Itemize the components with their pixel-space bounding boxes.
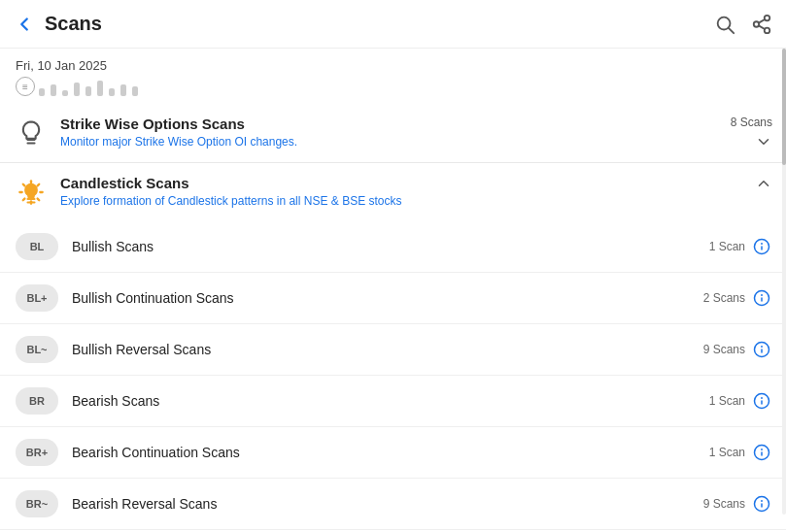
svg-line-12 xyxy=(23,184,25,186)
bulb-yellow-icon xyxy=(14,175,49,210)
back-button[interactable] xyxy=(14,14,35,35)
info-icon-bearish[interactable] xyxy=(753,392,770,410)
info-icon-bearish-rev[interactable] xyxy=(753,495,770,513)
bullish-badge: BL xyxy=(16,233,58,260)
scan-item-bearish[interactable]: BR Bearish Scans 1 Scan xyxy=(0,376,786,427)
svg-line-6 xyxy=(759,18,765,22)
page-title: Scans xyxy=(45,13,714,35)
bearish-badge: BR xyxy=(16,387,58,415)
strike-wise-header[interactable]: Strike Wise Options Scans Monitor major … xyxy=(0,104,786,162)
bullish-cont-name: Bullish Continuation Scans xyxy=(72,290,703,306)
scrollbar xyxy=(782,49,786,515)
bulb-icon xyxy=(14,116,49,150)
strike-wise-meta: 8 Scans xyxy=(695,116,772,150)
candlestick-section: Candlestick Scans Explore formation of C… xyxy=(0,163,786,532)
scan-item-bearish-rev[interactable]: BR~ Bearish Reversal Scans 9 Scans xyxy=(0,479,786,530)
bearish-cont-badge: BR+ xyxy=(16,439,58,466)
date-display: Fri, 10 Jan 2025 xyxy=(0,49,786,77)
bearish-count: 1 Scan xyxy=(709,394,745,408)
bullish-cont-badge: BL+ xyxy=(16,284,58,312)
bullish-rev-badge: BL~ xyxy=(16,336,58,363)
scan-item-bullish[interactable]: BL Bullish Scans 1 Scan xyxy=(0,221,786,273)
bearish-rev-badge: BR~ xyxy=(16,490,58,517)
bullish-rev-count: 9 Scans xyxy=(703,343,745,356)
scan-items-list: BL Bullish Scans 1 Scan BL+ Bullish Cont… xyxy=(0,221,786,532)
header-actions xyxy=(714,14,772,35)
bullish-rev-name: Bullish Reversal Scans xyxy=(72,342,703,357)
bearish-rev-name: Bearish Reversal Scans xyxy=(72,496,703,512)
info-icon-bearish-cont[interactable] xyxy=(753,444,770,461)
bullish-name: Bullish Scans xyxy=(72,239,709,254)
strike-wise-title: Strike Wise Options Scans xyxy=(60,116,695,132)
candlestick-meta xyxy=(695,175,772,192)
bearish-rev-count: 9 Scans xyxy=(703,497,745,511)
search-button[interactable] xyxy=(714,14,735,35)
candlestick-subtitle: Explore formation of Candlestick pattern… xyxy=(60,194,695,208)
info-icon-bullish[interactable] xyxy=(753,238,770,255)
filter-icon[interactable]: ≡ xyxy=(16,77,35,96)
chart-line-area: ≡ xyxy=(0,77,786,104)
bearish-cont-name: Bearish Continuation Scans xyxy=(72,445,709,460)
candlestick-text: Candlestick Scans Explore formation of C… xyxy=(60,175,695,208)
strike-wise-text: Strike Wise Options Scans Monitor major … xyxy=(60,116,695,149)
info-icon-bullish-rev[interactable] xyxy=(753,341,770,358)
scan-item-bullish-rev[interactable]: BL~ Bullish Reversal Scans 9 Scans xyxy=(0,324,786,376)
scan-item-bearish-cont[interactable]: BR+ Bearish Continuation Scans 1 Scan xyxy=(0,427,786,479)
svg-line-5 xyxy=(759,25,765,29)
strike-wise-subtitle: Monitor major Strike Wise Option OI chan… xyxy=(60,135,695,149)
candlestick-header[interactable]: Candlestick Scans Explore formation of C… xyxy=(0,163,786,221)
chevron-down-icon xyxy=(755,133,772,150)
bullish-cont-count: 2 Scans xyxy=(703,291,745,305)
chart-bars xyxy=(39,77,770,96)
candlestick-title: Candlestick Scans xyxy=(60,175,695,191)
scan-item-bullish-cont[interactable]: BL+ Bullish Continuation Scans 2 Scans xyxy=(0,273,786,324)
svg-line-15 xyxy=(38,184,40,186)
bearish-name: Bearish Scans xyxy=(72,393,709,409)
strike-wise-section: Strike Wise Options Scans Monitor major … xyxy=(0,104,786,163)
scroll-thumb[interactable] xyxy=(782,49,786,165)
svg-line-14 xyxy=(23,199,25,201)
app-header: Scans xyxy=(0,0,786,49)
svg-line-1 xyxy=(729,28,734,33)
bullish-count: 1 Scan xyxy=(709,240,745,253)
share-button[interactable] xyxy=(751,14,772,35)
chevron-up-icon xyxy=(755,175,772,192)
svg-line-13 xyxy=(38,199,40,201)
strike-wise-count: 8 Scans xyxy=(731,116,772,129)
info-icon-bullish-cont[interactable] xyxy=(753,289,770,307)
bearish-cont-count: 1 Scan xyxy=(709,446,745,459)
